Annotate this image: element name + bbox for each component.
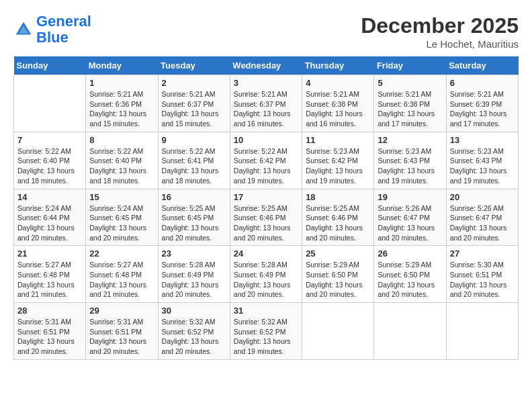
title-block: December 2025 Le Hochet, Mauritius <box>361 13 519 50</box>
calendar-cell <box>446 303 518 360</box>
day-number: 5 <box>378 78 442 88</box>
day-number: 20 <box>450 192 515 202</box>
day-info: Sunrise: 5:26 AM Sunset: 6:47 PM Dayligh… <box>378 203 442 243</box>
calendar-body: 1Sunrise: 5:21 AM Sunset: 6:36 PM Daylig… <box>14 75 519 360</box>
logo-text: General Blue <box>36 13 91 46</box>
day-info: Sunrise: 5:23 AM Sunset: 6:42 PM Dayligh… <box>306 146 370 186</box>
week-row-1: 7Sunrise: 5:22 AM Sunset: 6:40 PM Daylig… <box>14 132 519 189</box>
calendar-cell: 30Sunrise: 5:32 AM Sunset: 6:52 PM Dayli… <box>158 303 230 360</box>
calendar-cell: 2Sunrise: 5:21 AM Sunset: 6:37 PM Daylig… <box>158 75 230 132</box>
day-number: 3 <box>234 78 298 88</box>
day-number: 31 <box>234 306 298 316</box>
page-header: General Blue December 2025 Le Hochet, Ma… <box>13 13 519 50</box>
calendar-cell: 24Sunrise: 5:28 AM Sunset: 6:49 PM Dayli… <box>230 246 302 303</box>
calendar-cell: 5Sunrise: 5:21 AM Sunset: 6:38 PM Daylig… <box>374 75 446 132</box>
day-number: 15 <box>89 192 154 202</box>
header-friday: Friday <box>374 56 446 75</box>
calendar-cell: 8Sunrise: 5:22 AM Sunset: 6:40 PM Daylig… <box>86 132 158 189</box>
location: Le Hochet, Mauritius <box>361 38 519 50</box>
calendar-cell: 25Sunrise: 5:29 AM Sunset: 6:50 PM Dayli… <box>302 246 374 303</box>
day-info: Sunrise: 5:22 AM Sunset: 6:41 PM Dayligh… <box>162 146 226 186</box>
day-info: Sunrise: 5:21 AM Sunset: 6:36 PM Dayligh… <box>89 89 154 129</box>
month-title: December 2025 <box>361 13 519 38</box>
day-info: Sunrise: 5:21 AM Sunset: 6:38 PM Dayligh… <box>378 89 442 129</box>
week-row-0: 1Sunrise: 5:21 AM Sunset: 6:36 PM Daylig… <box>14 75 519 132</box>
header-monday: Monday <box>86 56 158 75</box>
day-number: 21 <box>17 248 82 259</box>
calendar-cell: 18Sunrise: 5:25 AM Sunset: 6:46 PM Dayli… <box>302 189 374 246</box>
day-info: Sunrise: 5:29 AM Sunset: 6:50 PM Dayligh… <box>378 260 442 300</box>
calendar-cell: 17Sunrise: 5:25 AM Sunset: 6:46 PM Dayli… <box>230 189 302 246</box>
day-number: 10 <box>234 135 298 145</box>
day-number: 19 <box>378 192 442 202</box>
calendar-cell: 7Sunrise: 5:22 AM Sunset: 6:40 PM Daylig… <box>14 132 86 189</box>
day-number: 18 <box>306 192 370 202</box>
day-info: Sunrise: 5:31 AM Sunset: 6:51 PM Dayligh… <box>17 317 82 357</box>
day-info: Sunrise: 5:24 AM Sunset: 6:45 PM Dayligh… <box>89 203 154 243</box>
week-row-3: 21Sunrise: 5:27 AM Sunset: 6:48 PM Dayli… <box>14 246 519 303</box>
day-number: 24 <box>234 248 298 259</box>
day-number: 29 <box>89 306 154 316</box>
day-info: Sunrise: 5:28 AM Sunset: 6:49 PM Dayligh… <box>234 260 298 300</box>
calendar-cell <box>374 303 446 360</box>
day-info: Sunrise: 5:29 AM Sunset: 6:50 PM Dayligh… <box>306 260 370 300</box>
calendar-cell: 20Sunrise: 5:26 AM Sunset: 6:47 PM Dayli… <box>446 189 518 246</box>
calendar-cell: 1Sunrise: 5:21 AM Sunset: 6:36 PM Daylig… <box>86 75 158 132</box>
calendar-cell: 10Sunrise: 5:22 AM Sunset: 6:42 PM Dayli… <box>230 132 302 189</box>
day-info: Sunrise: 5:27 AM Sunset: 6:48 PM Dayligh… <box>17 260 82 300</box>
day-number: 12 <box>378 135 442 145</box>
day-number: 28 <box>17 306 82 316</box>
day-number: 11 <box>306 135 370 145</box>
calendar-cell: 21Sunrise: 5:27 AM Sunset: 6:48 PM Dayli… <box>14 246 86 303</box>
day-number: 6 <box>450 78 515 88</box>
day-info: Sunrise: 5:25 AM Sunset: 6:45 PM Dayligh… <box>162 203 226 243</box>
calendar-cell: 14Sunrise: 5:24 AM Sunset: 6:44 PM Dayli… <box>14 189 86 246</box>
day-info: Sunrise: 5:28 AM Sunset: 6:49 PM Dayligh… <box>162 260 226 300</box>
day-info: Sunrise: 5:22 AM Sunset: 6:40 PM Dayligh… <box>17 146 82 186</box>
day-info: Sunrise: 5:23 AM Sunset: 6:43 PM Dayligh… <box>450 146 515 186</box>
calendar-cell: 27Sunrise: 5:30 AM Sunset: 6:51 PM Dayli… <box>446 246 518 303</box>
day-number: 2 <box>162 78 226 88</box>
day-info: Sunrise: 5:25 AM Sunset: 6:46 PM Dayligh… <box>306 203 370 243</box>
header-tuesday: Tuesday <box>158 56 230 75</box>
calendar-cell: 15Sunrise: 5:24 AM Sunset: 6:45 PM Dayli… <box>86 189 158 246</box>
day-number: 4 <box>306 78 370 88</box>
header-wednesday: Wednesday <box>230 56 302 75</box>
calendar-cell <box>302 303 374 360</box>
calendar-cell: 22Sunrise: 5:27 AM Sunset: 6:48 PM Dayli… <box>86 246 158 303</box>
day-info: Sunrise: 5:22 AM Sunset: 6:42 PM Dayligh… <box>234 146 298 186</box>
day-number: 26 <box>378 248 442 259</box>
calendar-cell: 16Sunrise: 5:25 AM Sunset: 6:45 PM Dayli… <box>158 189 230 246</box>
calendar-cell: 3Sunrise: 5:21 AM Sunset: 6:37 PM Daylig… <box>230 75 302 132</box>
calendar-cell: 19Sunrise: 5:26 AM Sunset: 6:47 PM Dayli… <box>374 189 446 246</box>
day-info: Sunrise: 5:26 AM Sunset: 6:47 PM Dayligh… <box>450 203 515 243</box>
day-number: 9 <box>162 135 226 145</box>
day-number: 14 <box>17 192 82 202</box>
day-number: 25 <box>306 248 370 259</box>
calendar-cell <box>14 75 86 132</box>
day-info: Sunrise: 5:21 AM Sunset: 6:39 PM Dayligh… <box>450 89 515 129</box>
day-info: Sunrise: 5:32 AM Sunset: 6:52 PM Dayligh… <box>162 317 226 357</box>
header-sunday: Sunday <box>14 56 86 75</box>
day-info: Sunrise: 5:22 AM Sunset: 6:40 PM Dayligh… <box>89 146 154 186</box>
day-number: 8 <box>89 135 154 145</box>
day-info: Sunrise: 5:21 AM Sunset: 6:37 PM Dayligh… <box>234 89 298 129</box>
day-number: 1 <box>89 78 154 88</box>
week-row-4: 28Sunrise: 5:31 AM Sunset: 6:51 PM Dayli… <box>14 303 519 360</box>
day-info: Sunrise: 5:30 AM Sunset: 6:51 PM Dayligh… <box>450 260 515 300</box>
calendar-header: SundayMondayTuesdayWednesdayThursdayFrid… <box>14 56 519 75</box>
week-row-2: 14Sunrise: 5:24 AM Sunset: 6:44 PM Dayli… <box>14 189 519 246</box>
day-number: 30 <box>162 306 226 316</box>
calendar-cell: 23Sunrise: 5:28 AM Sunset: 6:49 PM Dayli… <box>158 246 230 303</box>
day-number: 23 <box>162 248 226 259</box>
day-number: 13 <box>450 135 515 145</box>
day-number: 16 <box>162 192 226 202</box>
day-info: Sunrise: 5:27 AM Sunset: 6:48 PM Dayligh… <box>89 260 154 300</box>
day-info: Sunrise: 5:31 AM Sunset: 6:51 PM Dayligh… <box>89 317 154 357</box>
calendar-cell: 12Sunrise: 5:23 AM Sunset: 6:43 PM Dayli… <box>374 132 446 189</box>
calendar-cell: 9Sunrise: 5:22 AM Sunset: 6:41 PM Daylig… <box>158 132 230 189</box>
day-info: Sunrise: 5:23 AM Sunset: 6:43 PM Dayligh… <box>378 146 442 186</box>
calendar-cell: 26Sunrise: 5:29 AM Sunset: 6:50 PM Dayli… <box>374 246 446 303</box>
day-info: Sunrise: 5:24 AM Sunset: 6:44 PM Dayligh… <box>17 203 82 243</box>
calendar-cell: 11Sunrise: 5:23 AM Sunset: 6:42 PM Dayli… <box>302 132 374 189</box>
